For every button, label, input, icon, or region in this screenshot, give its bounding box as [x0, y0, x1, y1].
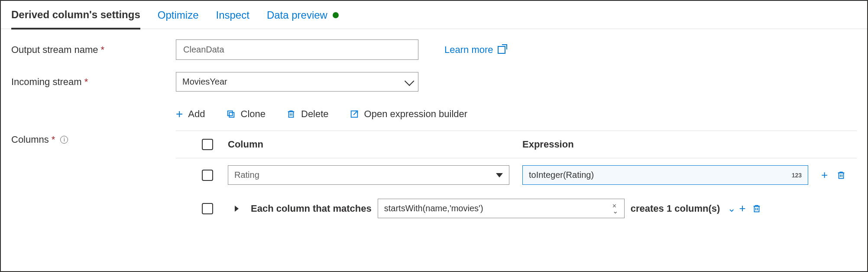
delete-button[interactable]: Delete — [286, 108, 329, 120]
pattern-condition-value: startsWith(name,'movies') — [384, 203, 483, 213]
tab-inspect[interactable]: Inspect — [216, 9, 249, 28]
incoming-stream-label: Incoming stream * — [11, 76, 176, 88]
row-checkbox[interactable] — [202, 203, 213, 214]
clone-label: Clone — [241, 108, 266, 120]
type-badge: 123 — [792, 172, 802, 179]
learn-more-text: Learn more — [444, 44, 493, 56]
pattern-condition-input[interactable]: startsWith(name,'movies') ×⌄ — [378, 199, 625, 218]
svg-rect-4 — [839, 173, 844, 178]
svg-rect-2 — [289, 112, 294, 118]
incoming-stream-value: MoviesYear — [182, 77, 227, 87]
tab-data-preview-label: Data preview — [267, 9, 327, 21]
add-button[interactable]: + Add — [176, 108, 205, 120]
caret-down-icon — [496, 173, 503, 177]
required-asterisk: * — [101, 44, 105, 56]
header-column: Column — [228, 139, 522, 150]
incoming-stream-select[interactable]: MoviesYear — [176, 72, 418, 92]
status-dot-icon — [333, 12, 339, 18]
label-text: Output stream name — [11, 44, 98, 56]
svg-rect-1 — [227, 111, 232, 116]
add-label: Add — [188, 108, 205, 120]
open-expression-builder-button[interactable]: Open expression builder — [350, 108, 467, 120]
tab-data-preview[interactable]: Data preview — [267, 9, 339, 28]
output-stream-name-label: Output stream name * — [11, 44, 176, 56]
open-builder-label: Open expression builder — [364, 108, 467, 120]
pattern-suffix-label: creates 1 column(s) — [631, 203, 720, 214]
column-name-select[interactable]: Rating — [228, 165, 509, 185]
delete-label: Delete — [301, 108, 329, 120]
info-icon[interactable]: i — [60, 136, 68, 144]
delete-row-button[interactable] — [836, 170, 846, 180]
external-link-icon — [498, 46, 505, 54]
expression-input[interactable]: toInteger(Rating) 123 — [522, 165, 808, 185]
chevron-down-icon — [405, 76, 415, 86]
plus-icon: + — [176, 108, 183, 120]
pattern-row: Each column that matches startsWith(name… — [176, 192, 857, 225]
trash-icon — [286, 109, 296, 119]
tab-bar: Derived column's settings Optimize Inspe… — [1, 1, 867, 29]
svg-rect-0 — [229, 112, 234, 117]
add-pattern-button[interactable]: + — [739, 202, 745, 215]
tab-optimize[interactable]: Optimize — [158, 9, 199, 28]
table-row: Rating toInteger(Rating) 123 + — [176, 158, 857, 192]
column-name-value: Rating — [234, 170, 259, 180]
output-stream-name-input[interactable] — [182, 44, 412, 55]
required-asterisk: * — [84, 76, 88, 88]
add-row-button[interactable]: + — [821, 168, 828, 182]
label-text: Columns — [11, 134, 49, 145]
clear-dropdown-icon[interactable]: ×⌄ — [612, 203, 618, 213]
label-text: Incoming stream — [11, 76, 82, 88]
row-checkbox[interactable] — [202, 170, 213, 181]
columns-label: Columns * i — [11, 104, 176, 145]
clone-button[interactable]: Clone — [226, 108, 266, 120]
delete-pattern-button[interactable] — [752, 204, 761, 213]
svg-rect-5 — [754, 206, 759, 212]
expand-chevron-icon[interactable]: ⌄ — [728, 203, 735, 214]
pattern-prefix-label: Each column that matches — [251, 203, 372, 214]
tab-settings[interactable]: Derived column's settings — [11, 9, 140, 29]
columns-table-header: Column Expression — [176, 131, 857, 158]
output-stream-name-input-wrap — [176, 39, 418, 60]
external-link-icon — [350, 109, 359, 119]
select-all-checkbox[interactable] — [202, 139, 213, 150]
clone-icon — [226, 109, 236, 119]
learn-more-link[interactable]: Learn more — [444, 44, 505, 56]
expand-icon[interactable] — [235, 206, 239, 212]
required-asterisk: * — [52, 134, 55, 145]
header-expression: Expression — [522, 139, 857, 150]
expression-value: toInteger(Rating) — [529, 170, 594, 180]
columns-toolbar: + Add Clone Delete — [176, 104, 857, 131]
